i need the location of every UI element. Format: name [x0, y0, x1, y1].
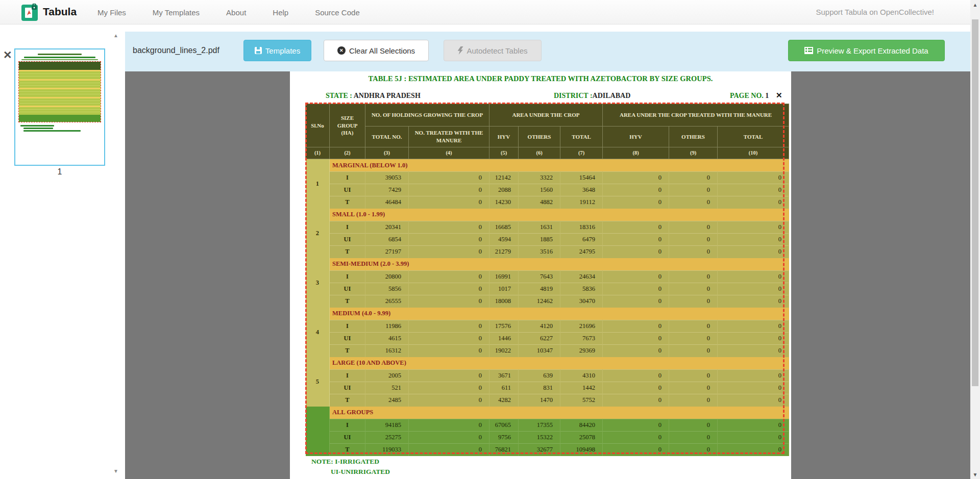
clear-all-selections-button[interactable]: ✕ Clear All Selections — [324, 40, 429, 61]
pdf-page[interactable]: TABLE 5J : ESTIMATED AREA UNDER PADDY TR… — [290, 71, 791, 479]
district-label: DISTRICT : — [554, 92, 593, 99]
thumb-table — [19, 62, 101, 122]
selection-close-icon[interactable]: ✕ — [776, 91, 782, 100]
thumb-note-line — [23, 130, 81, 132]
sidebar-scroll-down-icon[interactable]: ▼ — [113, 468, 118, 474]
thumb-note-line — [23, 128, 53, 129]
scrollbar-thumb[interactable] — [972, 19, 978, 386]
page-thumbnail[interactable] — [14, 48, 105, 166]
nav-link[interactable]: My Templates — [139, 8, 213, 17]
nav-link[interactable]: About — [213, 8, 259, 17]
thumb-note-line — [20, 125, 54, 127]
thumb-subtitle-line — [24, 57, 95, 58]
pdf-table-title: TABLE 5J : ESTIMATED AREA UNDER PADDY TR… — [290, 74, 791, 83]
state-label: STATE : — [326, 92, 352, 99]
state-value: ANDHRA PRADESH — [354, 92, 421, 99]
thumbnail-page-number: 1 — [14, 167, 105, 177]
preview-export-button[interactable]: Preview & Export Extracted Data — [788, 40, 945, 61]
export-button-label: Preview & Export Extracted Data — [817, 46, 928, 55]
tabula-logo-icon[interactable] — [21, 4, 39, 21]
save-template-icon — [255, 47, 262, 54]
scroll-up-icon[interactable]: ▲ — [970, 2, 980, 8]
page-thumbnail-sidebar: ✕ 1 ▲ ▼ — [0, 24, 125, 479]
pdf-note-line1: NOTE: I-IRRIGATED — [311, 458, 379, 466]
remove-page-icon[interactable]: ✕ — [3, 49, 12, 61]
nav-links: My Files My Templates About Help Source … — [84, 0, 373, 24]
lightning-bolt-icon — [458, 46, 463, 55]
table-selection-overlay[interactable] — [305, 103, 785, 454]
pdf-viewer-area[interactable]: TABLE 5J : ESTIMATED AREA UNDER PADDY TR… — [125, 71, 970, 479]
document-filename: background_lines_2.pdf — [133, 46, 219, 55]
remove-circle-icon: ✕ — [337, 46, 346, 55]
templates-button-label: Templates — [265, 46, 300, 55]
thumb-meta-line — [21, 59, 98, 60]
brand-title[interactable]: Tabula — [43, 6, 77, 18]
pdf-state-line: STATE : ANDHRA PRADESH — [326, 92, 421, 100]
table-grid-icon — [804, 47, 813, 54]
autodetect-button-label: Autodetect Tables — [467, 46, 528, 55]
pdf-pageno-line: PAGE NO. 1 — [730, 92, 769, 100]
district-value: ADILABAD — [593, 92, 631, 99]
autodetect-tables-button[interactable]: Autodetect Tables — [444, 40, 542, 61]
nav-link[interactable]: My Files — [84, 8, 139, 17]
thumb-selection-outline — [18, 61, 101, 122]
nav-link[interactable]: Help — [259, 8, 302, 17]
pageno-label: PAGE NO. — [730, 92, 764, 99]
pdf-note-line2: UI-UNIRRIGATED — [331, 468, 390, 476]
clear-button-label: Clear All Selections — [349, 46, 415, 55]
top-navbar: Tabula My Files My Templates About Help … — [0, 0, 980, 24]
scroll-down-icon[interactable]: ▼ — [970, 472, 980, 477]
support-link[interactable]: Support Tabula on OpenCollective! — [816, 8, 934, 16]
sidebar-scroll-up-icon[interactable]: ▲ — [113, 33, 118, 38]
thumb-title-line — [38, 54, 82, 55]
document-toolbar: background_lines_2.pdf Templates ✕ Clear… — [125, 32, 970, 71]
templates-button[interactable]: Templates — [243, 40, 311, 61]
nav-link[interactable]: Source Code — [302, 8, 373, 17]
main-scrollbar[interactable]: ▲ ▼ — [970, 0, 980, 479]
pageno-value: 1 — [765, 92, 769, 99]
pdf-district-line: DISTRICT :ADILABAD — [554, 92, 630, 100]
